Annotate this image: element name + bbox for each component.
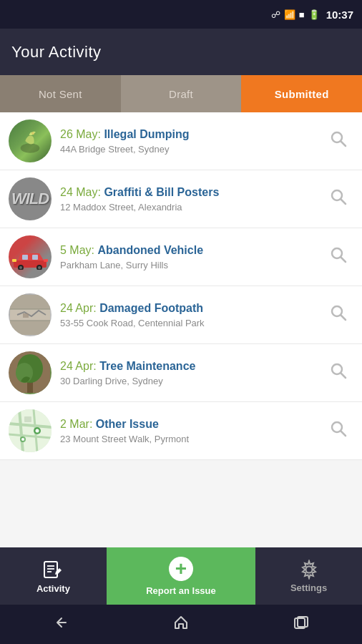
svg-point-39 [21,438,24,441]
svg-rect-19 [23,313,29,318]
svg-rect-14 [44,259,48,262]
item-address: 23 Mount Street Walk, Pyrmont [60,434,323,444]
item-title: 2 Mar: Other Issue [60,417,323,432]
signal-icon: ■ [299,9,305,20]
report-label: Report an Issue [146,585,216,596]
system-nav-bar [0,605,362,644]
activity-nav-icon [42,559,64,580]
item-date: 5 May: [60,244,94,256]
activity-list: 26 May: Illegal Dumping 44A Bridge Stree… [0,112,362,460]
nav-report[interactable]: + Report an Issue [107,547,255,605]
tab-draft[interactable]: Draft [121,75,242,112]
svg-rect-35 [24,416,31,422]
item-date: 2 Mar: [60,418,92,430]
svg-line-41 [341,431,346,436]
tab-not-sent[interactable]: Not Sent [0,75,121,112]
list-item[interactable]: 5 May: Abandoned Vehicle Parkham Lane, S… [0,228,362,286]
item-name: Abandoned Vehicle [97,244,203,256]
tree-image [10,353,50,393]
avatar [9,293,52,336]
status-time: 10:37 [326,9,353,21]
item-address: 44A Bridge Street, Sydney [60,144,323,155]
vehicle-image [12,245,48,270]
svg-point-12 [38,266,41,269]
item-title: 24 Apr: Damaged Footpath [60,301,323,316]
avatar [9,409,52,452]
recents-button[interactable] [279,608,325,640]
item-date: 24 Apr: [60,360,97,372]
item-title: 24 Apr: Tree Maintenance [60,359,323,374]
tabs-container: Not Sent Draft Submitted [0,75,362,112]
graffiti-image: WILD [11,190,49,208]
home-button[interactable] [158,608,204,640]
svg-rect-8 [32,255,38,260]
status-icons: ☍ 📶 ■ 🔋 10:37 [271,9,353,21]
item-title: 5 May: Abandoned Vehicle [60,243,323,258]
item-name: Other Issue [96,418,159,430]
list-item[interactable]: WILD 24 May: Graffiti & Bill Posters 12 … [0,170,362,228]
avatar [9,351,52,394]
settings-icon [299,560,319,580]
avatar [9,119,52,162]
footpath-image [10,295,50,335]
item-content: 24 May: Graffiti & Bill Posters 12 Maddo… [60,185,323,213]
svg-line-3 [341,142,346,147]
svg-line-29 [341,374,346,379]
item-content: 24 Apr: Tree Maintenance 30 Darling Driv… [60,359,323,387]
location-icon: ☍ [271,9,280,20]
back-button[interactable] [37,608,83,640]
svg-point-46 [305,566,312,572]
svg-rect-13 [12,259,16,262]
battery-icon: 🔋 [308,9,320,20]
header: Your Activity [0,29,362,75]
item-date: 24 May: [60,186,101,198]
settings-label: Settings [290,582,327,593]
item-address: Parkham Lane, Surry Hills [60,260,323,270]
item-address: 12 Maddox Street, Alexandria [60,202,323,213]
search-icon[interactable] [323,240,353,274]
item-address: 53-55 Cook Road, Centennial Park [60,318,323,328]
item-content: 26 May: Illegal Dumping 44A Bridge Stree… [60,127,323,155]
activity-label: Activity [36,583,70,594]
item-title: 24 May: Graffiti & Bill Posters [60,185,323,200]
report-plus-icon: + [169,557,193,581]
bottom-nav: Activity + Report an Issue Settings [0,547,362,605]
item-name: Graffiti & Bill Posters [104,186,219,198]
avatar [9,235,52,278]
item-title: 26 May: Illegal Dumping [60,127,323,142]
list-item[interactable]: 24 Apr: Damaged Footpath 53-55 Cook Road… [0,286,362,344]
item-name: Illegal Dumping [104,128,189,140]
nav-activity[interactable]: Activity [0,547,107,605]
item-content: 2 Mar: Other Issue 23 Mount Street Walk,… [60,417,323,445]
list-item[interactable]: 2 Mar: Other Issue 23 Mount Street Walk,… [0,402,362,460]
nav-settings[interactable]: Settings [255,547,362,605]
svg-line-23 [341,316,346,321]
item-name: Tree Maintenance [99,360,195,372]
svg-rect-42 [44,562,57,577]
status-bar: ☍ 📶 ■ 🔋 10:37 [0,0,362,29]
search-icon[interactable] [323,356,353,390]
item-content: 24 Apr: Damaged Footpath 53-55 Cook Road… [60,301,323,329]
search-icon[interactable] [323,182,353,216]
list-item[interactable]: 26 May: Illegal Dumping 44A Bridge Stree… [0,112,362,170]
item-content: 5 May: Abandoned Vehicle Parkham Lane, S… [60,243,323,271]
svg-line-5 [341,200,346,205]
svg-rect-7 [22,255,28,260]
list-item[interactable]: 24 Apr: Tree Maintenance 30 Darling Driv… [0,344,362,402]
svg-point-37 [36,429,39,433]
svg-point-1 [31,132,34,135]
item-date: 24 Apr: [60,302,97,314]
svg-line-16 [341,258,346,263]
svg-point-0 [21,143,40,152]
search-icon[interactable] [323,414,353,448]
search-icon[interactable] [323,298,353,332]
svg-rect-30 [9,409,52,452]
dumping-image [16,127,44,155]
tab-submitted[interactable]: Submitted [241,75,362,112]
wifi-icon: 📶 [284,9,295,20]
page-title: Your Activity [11,43,102,62]
avatar: WILD [9,177,52,220]
map-image [9,409,52,452]
item-name: Damaged Footpath [99,302,203,314]
search-icon[interactable] [323,124,353,158]
